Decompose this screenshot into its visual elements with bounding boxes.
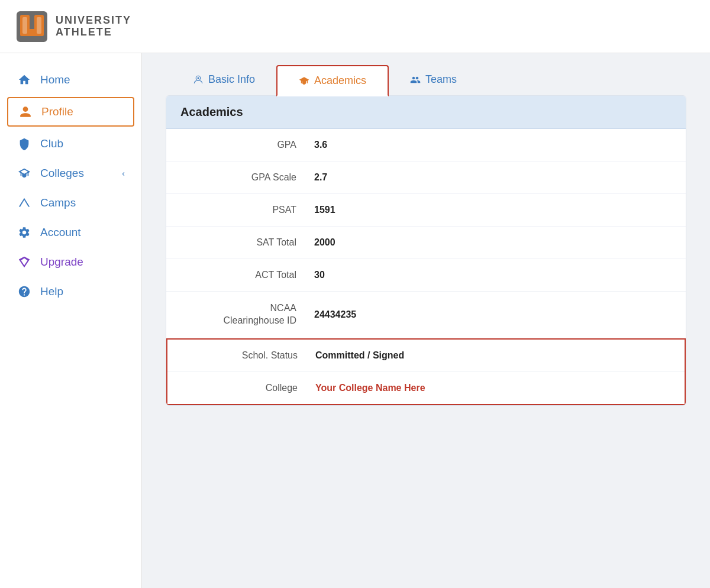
logo-university: UNIVERSITY [56, 15, 131, 27]
gpa-scale-label: GPA Scale [184, 172, 314, 183]
academics-card: Academics GPA 3.6 GPA Scale 2.7 PSAT 159… [166, 95, 686, 406]
tab-teams[interactable]: Teams [389, 65, 478, 95]
svg-rect-5 [37, 17, 41, 34]
tab-basic-info[interactable]: Basic Info [172, 65, 276, 95]
gear-icon [17, 226, 32, 239]
logo-athlete: ATHLETE [56, 27, 131, 38]
tab-academics-label: Academics [314, 75, 366, 87]
sidebar-item-colleges[interactable]: Colleges ‹ [0, 159, 141, 188]
sidebar-item-profile[interactable]: Profile [7, 97, 134, 127]
colleges-chevron: ‹ [122, 169, 125, 178]
svg-point-7 [198, 77, 199, 79]
gpa-scale-value: 2.7 [314, 172, 327, 183]
tab-academics[interactable]: Academics [276, 65, 389, 96]
tab-basic-info-label: Basic Info [208, 73, 255, 86]
act-row: ACT Total 30 [166, 259, 686, 292]
act-value: 30 [314, 270, 325, 280]
main-layout: Home Profile Club Colleges ‹ Camps [0, 53, 710, 588]
sat-row: SAT Total 2000 [166, 227, 686, 259]
gpa-row: GPA 3.6 [166, 129, 686, 161]
sidebar: Home Profile Club Colleges ‹ Camps [0, 53, 142, 588]
psat-value: 1591 [314, 205, 335, 215]
sidebar-item-upgrade[interactable]: Upgrade [0, 247, 141, 277]
academics-header: Academics [166, 96, 686, 129]
sat-value: 2000 [314, 237, 335, 248]
schol-status-row: Schol. Status Committed / Signed [167, 340, 685, 372]
college-row: College Your College Name Here [167, 372, 685, 404]
tab-teams-label: Teams [425, 73, 457, 86]
user-icon [18, 105, 33, 118]
sat-label: SAT Total [184, 237, 314, 248]
sidebar-item-camps[interactable]: Camps [0, 188, 141, 218]
sidebar-item-home[interactable]: Home [0, 65, 141, 95]
svg-rect-4 [22, 17, 27, 34]
sidebar-item-account[interactable]: Account [0, 218, 141, 247]
tent-icon [17, 196, 32, 209]
gem-icon [17, 256, 32, 269]
gpa-label: GPA [184, 140, 314, 150]
psat-label: PSAT [184, 205, 314, 215]
logo: UNIVERSITY ATHLETE [14, 9, 131, 44]
college-value: Your College Name Here [315, 383, 425, 393]
tab-bar: Basic Info Academics Teams [166, 65, 686, 95]
header: UNIVERSITY ATHLETE [0, 0, 710, 53]
sidebar-item-club[interactable]: Club [0, 129, 141, 159]
ncaa-row: NCAAClearinghouse ID 24434235 [166, 292, 686, 338]
sidebar-item-help[interactable]: Help [0, 277, 141, 306]
psat-row: PSAT 1591 [166, 194, 686, 227]
schol-status-label: Schol. Status [185, 350, 315, 361]
gpa-value: 3.6 [314, 140, 327, 150]
ncaa-label: NCAAClearinghouse ID [184, 302, 314, 327]
act-label: ACT Total [184, 270, 314, 280]
question-icon [17, 285, 32, 298]
logo-text: UNIVERSITY ATHLETE [56, 15, 131, 38]
logo-icon [14, 9, 50, 44]
ncaa-value: 24434235 [314, 309, 356, 320]
colleges-icon [17, 167, 32, 180]
shield-icon [17, 137, 32, 150]
content-area: Basic Info Academics Teams Academics GPA… [142, 53, 710, 588]
college-label: College [185, 383, 315, 393]
gpa-scale-row: GPA Scale 2.7 [166, 161, 686, 194]
home-icon [17, 73, 32, 86]
highlighted-section: Schol. Status Committed / Signed College… [166, 338, 686, 405]
schol-status-value: Committed / Signed [315, 350, 404, 361]
